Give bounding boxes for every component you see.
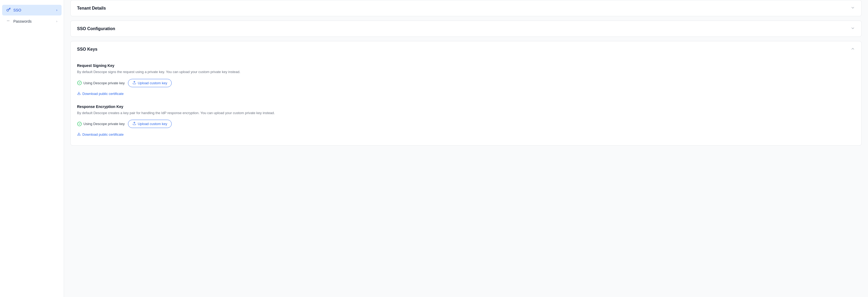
svg-point-2: [9, 21, 9, 21]
sso-configuration-section: SSO Configuration: [70, 21, 862, 37]
response-encryption-key-section: Response Encryption Key By default Desco…: [77, 105, 855, 138]
response-encryption-key-title: Response Encryption Key: [77, 105, 855, 109]
check-circle-icon-response: [77, 122, 82, 126]
sso-configuration-title: SSO Configuration: [77, 26, 115, 31]
upload-custom-key-button-request[interactable]: Upload custom key: [128, 79, 172, 87]
sidebar-item-passwords[interactable]: Passwords ›: [2, 16, 62, 27]
key-icon: [6, 7, 11, 13]
main-content: Tenant Details SSO Configuration SSO Key…: [64, 0, 868, 297]
response-encryption-key-status-text: Using Descope private key: [84, 122, 125, 126]
upload-custom-key-label-request: Upload custom key: [138, 81, 167, 85]
svg-point-0: [7, 21, 7, 21]
download-icon-request: [77, 91, 81, 96]
chevron-right-icon-passwords: ›: [56, 20, 57, 23]
response-encryption-key-description: By default Descope creates a key pair fo…: [77, 110, 855, 116]
sso-keys-body: Request Signing Key By default Descope s…: [71, 63, 861, 145]
sidebar: SSO › Passwords ›: [0, 0, 64, 297]
download-public-cert-label-response: Download public certificate: [82, 132, 124, 137]
sidebar-item-sso-label: SSO: [13, 8, 21, 12]
sso-keys-title: SSO Keys: [77, 47, 97, 52]
sso-keys-section: SSO Keys Request Signing Key By default …: [70, 41, 862, 146]
sidebar-item-sso[interactable]: SSO ›: [2, 5, 62, 16]
response-encryption-key-status-row: Using Descope private key Upload custom …: [77, 120, 855, 128]
download-icon-response: [77, 132, 81, 137]
download-public-cert-label-request: Download public certificate: [82, 92, 124, 96]
tenant-details-title: Tenant Details: [77, 6, 106, 11]
response-encryption-key-status: Using Descope private key: [77, 122, 125, 126]
chevron-right-icon: ›: [56, 8, 57, 12]
upload-icon-response: [132, 122, 136, 126]
tenant-details-header[interactable]: Tenant Details: [71, 0, 861, 16]
download-public-cert-link-response[interactable]: Download public certificate: [77, 131, 855, 138]
upload-custom-key-button-response[interactable]: Upload custom key: [128, 120, 172, 128]
dots-icon: [6, 19, 11, 24]
tenant-details-chevron: [851, 6, 855, 11]
request-signing-key-status: Using Descope private key: [77, 81, 125, 85]
sso-keys-header[interactable]: SSO Keys: [71, 41, 861, 57]
request-signing-key-status-row: Using Descope private key Upload custom …: [77, 79, 855, 87]
request-signing-key-description: By default Descope signs the request usi…: [77, 69, 855, 75]
upload-custom-key-label-response: Upload custom key: [138, 122, 167, 126]
download-public-cert-link-request[interactable]: Download public certificate: [77, 90, 855, 97]
tenant-details-section: Tenant Details: [70, 0, 862, 16]
sso-configuration-header[interactable]: SSO Configuration: [71, 21, 861, 36]
svg-point-1: [8, 21, 8, 21]
request-signing-key-title: Request Signing Key: [77, 63, 855, 68]
sidebar-item-sso-left: SSO: [6, 7, 21, 13]
request-signing-key-status-text: Using Descope private key: [84, 81, 125, 85]
request-signing-key-section: Request Signing Key By default Descope s…: [77, 63, 855, 97]
sidebar-item-passwords-left: Passwords: [6, 19, 31, 24]
upload-icon-request: [132, 81, 136, 85]
sidebar-item-passwords-label: Passwords: [13, 19, 31, 24]
check-circle-icon-request: [77, 81, 82, 85]
sso-keys-chevron: [851, 47, 855, 52]
sso-configuration-chevron: [851, 26, 855, 31]
